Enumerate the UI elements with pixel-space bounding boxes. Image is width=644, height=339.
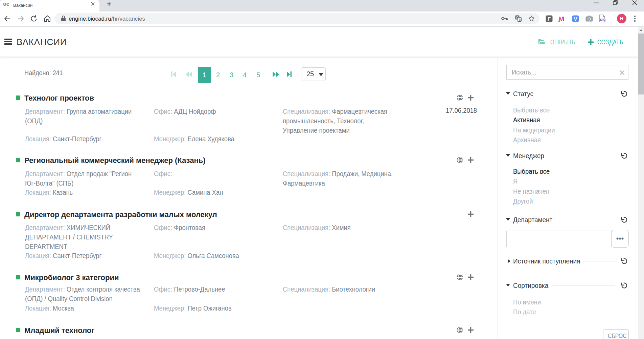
svg-text:F: F: [548, 16, 551, 22]
svg-text:V: V: [574, 16, 577, 22]
svg-text:文: 文: [519, 18, 522, 21]
svg-text:PDF: PDF: [601, 19, 605, 21]
svg-text:oc: oc: [3, 1, 9, 7]
